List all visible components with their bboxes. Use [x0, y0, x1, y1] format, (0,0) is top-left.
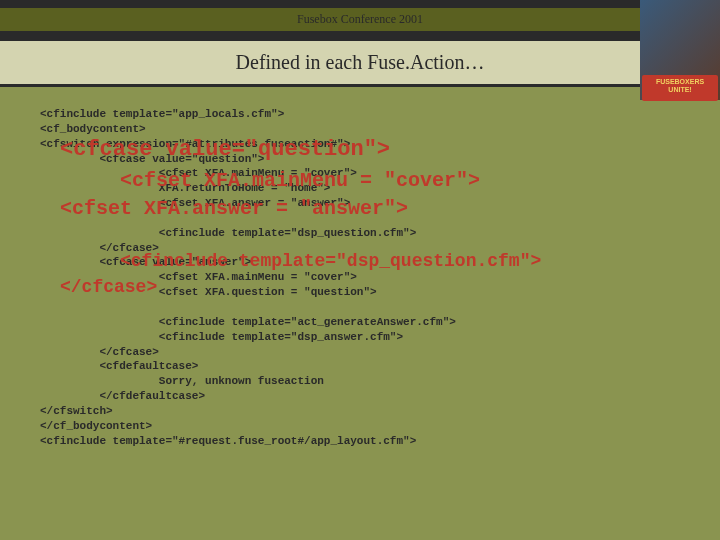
conference-header: Fusebox Conference 2001: [0, 6, 720, 33]
sidebar-logo: FUSEBOXERS UNITE!: [642, 75, 718, 101]
overlay-cfset-answer: <cfset XFA.answer = "answer">: [60, 195, 408, 222]
overlay-cfcase-close: </cfcase>: [60, 275, 157, 299]
slide-title: Defined in each Fuse.Action…: [236, 51, 485, 73]
overlay-cfset-mainmenu: <cfset XFA.mainMenu = "cover">: [120, 167, 480, 194]
content-area: <cfinclude template="app_locals.cfm"> <c…: [0, 87, 720, 468]
conference-title: Fusebox Conference 2001: [297, 12, 423, 26]
slide-title-band: Defined in each Fuse.Action…: [0, 39, 720, 87]
logo-line2: UNITE!: [668, 86, 691, 93]
overlay-cfinclude: <cfinclude template="dsp_question.cfm">: [120, 249, 541, 273]
overlay-cfcase-open: <cfcase value="question">: [60, 135, 390, 165]
logo-line1: FUSEBOXERS: [656, 78, 704, 85]
